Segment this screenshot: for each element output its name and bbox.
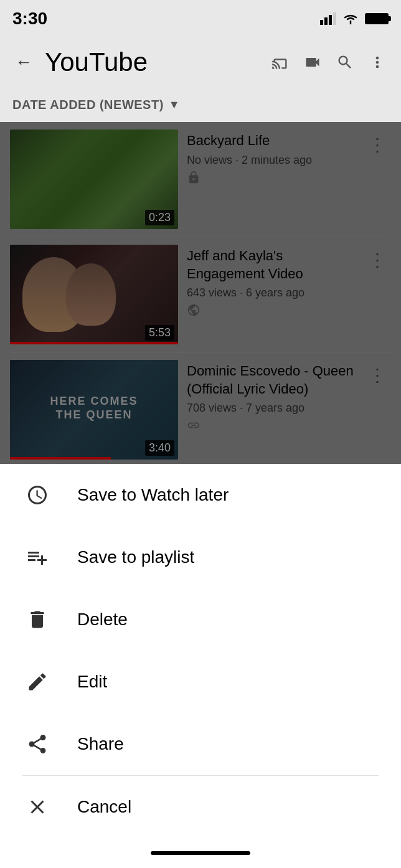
trash-icon xyxy=(26,608,49,631)
bottom-sheet: Save to Watch later Save to playlist Del… xyxy=(0,464,401,868)
app-title: YouTube xyxy=(45,47,259,77)
more-options-icon xyxy=(369,54,386,71)
delete-label: Delete xyxy=(77,610,128,630)
cancel-icon-wrapper xyxy=(22,792,52,822)
svg-rect-0 xyxy=(320,20,323,25)
filter-label: DATE ADDED (NEWEST) xyxy=(12,98,164,112)
status-bar: 3:30 xyxy=(0,0,401,37)
signal-icon xyxy=(320,12,336,25)
sheet-item-edit[interactable]: Edit xyxy=(0,651,401,713)
watch-later-icon-wrapper xyxy=(22,480,52,510)
save-playlist-icon-wrapper xyxy=(22,542,52,572)
cast-button[interactable] xyxy=(267,49,294,76)
search-icon xyxy=(336,54,354,71)
svg-rect-3 xyxy=(333,12,336,25)
video-list: 0:23 Backyard Life No views · 2 minutes … xyxy=(0,122,401,483)
more-options-button[interactable] xyxy=(364,49,391,76)
save-playlist-label: Save to playlist xyxy=(77,547,194,567)
edit-label: Edit xyxy=(77,672,107,692)
svg-rect-2 xyxy=(329,15,332,25)
sheet-item-delete[interactable]: Delete xyxy=(0,588,401,651)
clock-icon xyxy=(26,484,49,506)
edit-icon-wrapper xyxy=(22,667,52,697)
filter-chevron: ▼ xyxy=(169,98,180,111)
share-icon-wrapper xyxy=(22,729,52,759)
search-button[interactable] xyxy=(331,49,359,76)
battery-icon xyxy=(365,13,389,24)
back-button[interactable]: ← xyxy=(10,47,37,77)
delete-icon-wrapper xyxy=(22,605,52,634)
sheet-item-share[interactable]: Share xyxy=(0,713,401,775)
app-header: ← YouTube xyxy=(0,37,401,87)
header-actions xyxy=(267,49,391,76)
pencil-icon xyxy=(26,671,49,693)
cast-icon xyxy=(271,54,289,71)
close-icon xyxy=(26,796,49,818)
cancel-label: Cancel xyxy=(77,797,131,817)
video-camera-button[interactable] xyxy=(299,49,326,76)
wifi-icon xyxy=(342,12,359,25)
playlist-add-icon xyxy=(26,546,49,568)
sheet-item-save-playlist[interactable]: Save to playlist xyxy=(0,526,401,588)
share-label: Share xyxy=(77,734,124,754)
filter-bar[interactable]: DATE ADDED (NEWEST) ▼ xyxy=(0,87,401,122)
status-icons xyxy=(320,12,389,25)
nav-bar-line xyxy=(151,851,250,855)
watch-later-label: Save to Watch later xyxy=(77,485,229,505)
share-icon xyxy=(26,733,49,755)
dim-overlay xyxy=(0,122,401,483)
status-time: 3:30 xyxy=(12,9,47,29)
bottom-nav-indicator xyxy=(0,838,401,868)
sheet-item-watch-later[interactable]: Save to Watch later xyxy=(0,464,401,526)
video-camera-icon xyxy=(304,54,321,71)
sheet-item-cancel[interactable]: Cancel xyxy=(0,776,401,838)
svg-rect-1 xyxy=(324,17,328,25)
